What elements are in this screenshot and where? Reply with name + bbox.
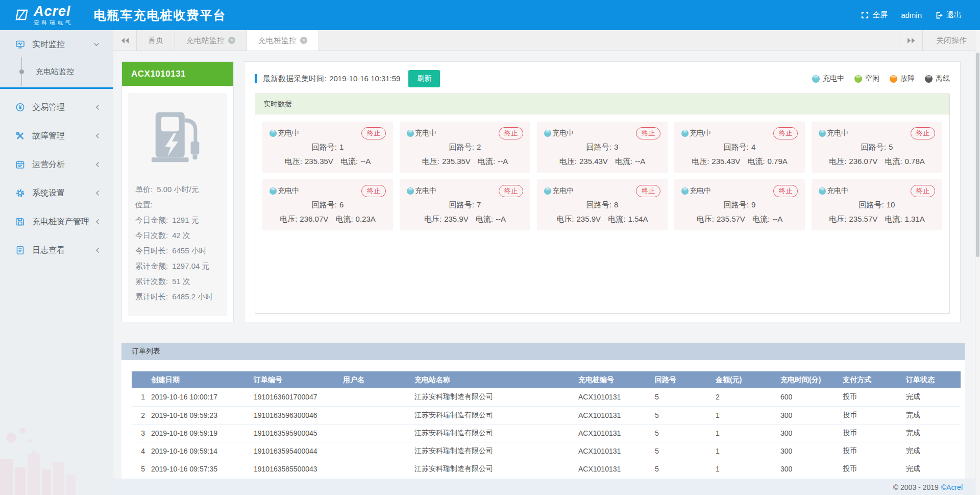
terminate-button[interactable]: 终止 bbox=[361, 185, 386, 197]
status-orb-icon bbox=[407, 130, 414, 137]
acrel-logo-icon bbox=[14, 8, 30, 23]
stat-location: 位置: bbox=[135, 197, 220, 213]
col-create-date: 创建日期 bbox=[150, 371, 253, 388]
terminate-button[interactable]: 终止 bbox=[636, 127, 660, 139]
order-amount: 1 bbox=[715, 406, 779, 424]
order-pile-number: ACX1010131 bbox=[577, 388, 654, 406]
fullscreen-label: 全屏 bbox=[872, 10, 888, 20]
close-operations-dropdown[interactable]: 关闭操作 bbox=[922, 30, 980, 51]
terminate-button[interactable]: 终止 bbox=[773, 185, 798, 197]
order-index: 4 bbox=[132, 442, 150, 460]
order-row[interactable]: 1 2019-10-16 10:00:17 1910163601700047 江… bbox=[132, 388, 961, 406]
sidebar-item-realtime-monitor[interactable]: 实时监控 bbox=[0, 30, 113, 59]
order-pile-number: ACX1010131 bbox=[577, 406, 654, 424]
channel-grid: 充电中 终止 回路号:1 电压:235.35V 电流:--A 充电中 终止 回路… bbox=[255, 114, 949, 238]
tree-dot-icon bbox=[19, 69, 24, 74]
terminate-button[interactable]: 终止 bbox=[499, 185, 523, 197]
main-content: ACX1010131 单价 bbox=[113, 51, 980, 495]
order-station-name: 江苏安科瑞制造有限公司 bbox=[413, 388, 577, 406]
logout-button[interactable]: 退出 bbox=[931, 8, 966, 22]
col-index bbox=[132, 371, 150, 388]
tab-home[interactable]: 首页 bbox=[137, 30, 175, 51]
monitor-panel: 最新数据采集时间:2019-10-16 10:31:59 刷新 充电中 空闲 故… bbox=[244, 61, 961, 322]
channel-card: 充电中 终止 回路号:7 电压:235.9V 电流:--A bbox=[400, 179, 530, 230]
channel-status: 充电中 bbox=[278, 129, 299, 138]
stat-today-count: 今日次数:42 次 bbox=[135, 228, 220, 243]
order-pile-number: ACX1010131 bbox=[577, 442, 654, 460]
pile-summary-card: ACX1010131 单价 bbox=[121, 61, 234, 322]
chevron-left-icon bbox=[95, 190, 100, 196]
status-orb-icon bbox=[544, 130, 551, 137]
vertical-scrollbar[interactable] bbox=[975, 30, 980, 495]
legend-charging: 充电中 bbox=[812, 74, 844, 83]
status-orb-icon bbox=[270, 187, 277, 195]
tabs-scroll-left-button[interactable] bbox=[113, 30, 137, 51]
footer-brand-link[interactable]: ©Acrel bbox=[941, 483, 963, 491]
channel-status: 充电中 bbox=[690, 186, 711, 196]
fullscreen-button[interactable]: 全屏 bbox=[856, 8, 892, 22]
status-orb-icon bbox=[819, 130, 826, 137]
chevron-left-icon bbox=[95, 247, 100, 253]
terminate-button[interactable]: 终止 bbox=[773, 127, 798, 139]
loop-number: 回路号:10 bbox=[819, 200, 935, 210]
order-row[interactable]: 2 2019-10-16 09:59:23 1910163596300046 江… bbox=[132, 406, 961, 424]
calendar-icon bbox=[15, 160, 25, 169]
channel-card: 充电中 终止 回路号:9 电压:235.57V 电流:--A bbox=[674, 179, 805, 230]
sidebar-item-label: 故障管理 bbox=[32, 131, 65, 142]
pile-id-header: ACX1010131 bbox=[122, 62, 233, 86]
terminate-button[interactable]: 终止 bbox=[499, 127, 523, 139]
sidebar-item-label: 系统设置 bbox=[32, 188, 65, 199]
sidebar: 实时监控 充电站监控 ¥ 交易管理 故障管理 bbox=[0, 30, 113, 495]
order-index: 3 bbox=[132, 424, 150, 442]
col-order-no: 订单编号 bbox=[253, 371, 342, 388]
order-status: 完成 bbox=[905, 388, 961, 406]
sidebar-item-pile-assets[interactable]: 充电桩资产管理 bbox=[0, 207, 113, 236]
sidebar-item-logs[interactable]: 日志查看 bbox=[0, 236, 113, 265]
tab-pile-monitor[interactable]: 充电桩监控 × bbox=[247, 30, 319, 51]
terminate-button[interactable]: 终止 bbox=[911, 127, 935, 139]
order-number: 1910163596300046 bbox=[253, 406, 342, 424]
sidebar-item-system-settings[interactable]: 系统设置 bbox=[0, 179, 113, 207]
tab-close-icon[interactable]: × bbox=[228, 37, 235, 44]
user-menu[interactable]: admin bbox=[897, 9, 926, 21]
order-loop-number: 5 bbox=[654, 388, 715, 406]
refresh-button[interactable]: 刷新 bbox=[408, 70, 440, 87]
logo-text: Acrel bbox=[34, 5, 74, 18]
tab-label: 充电站监控 bbox=[186, 36, 225, 45]
sidebar-item-label: 充电桩资产管理 bbox=[32, 217, 89, 227]
order-pay-method: 投币 bbox=[842, 388, 905, 406]
order-row[interactable]: 4 2019-10-16 09:59:14 1910163595400044 江… bbox=[132, 442, 961, 460]
order-index: 2 bbox=[132, 406, 150, 424]
channel-card: 充电中 终止 回路号:5 电压:236.07V 电流:0.78A bbox=[812, 122, 942, 173]
terminate-button[interactable]: 终止 bbox=[636, 185, 660, 197]
voltage-current: 电压:236.07V 电流:0.23A bbox=[270, 215, 386, 224]
transaction-icon: ¥ bbox=[15, 103, 25, 112]
channel-status: 充电中 bbox=[552, 186, 574, 196]
terminate-button[interactable]: 终止 bbox=[911, 185, 935, 197]
voltage-current: 电压:235.9V 电流:1.54A bbox=[544, 215, 660, 224]
order-row[interactable]: 3 2019-10-16 09:59:19 1910163595900045 江… bbox=[132, 424, 961, 442]
order-loop-number: 5 bbox=[654, 460, 715, 478]
order-station-name: 江苏安科瑞制造有限公司 bbox=[413, 442, 577, 460]
order-station-name: 江苏安科瑞制造有限公司 bbox=[413, 460, 577, 478]
scrollbar-thumb[interactable] bbox=[976, 53, 979, 257]
sidebar-item-transactions[interactable]: ¥ 交易管理 bbox=[0, 93, 113, 122]
voltage-current: 电压:235.35V 电流:--A bbox=[270, 157, 386, 167]
order-number: 1910163595400044 bbox=[253, 442, 342, 460]
tab-close-icon[interactable]: × bbox=[300, 37, 307, 44]
channel-status: 充电中 bbox=[827, 186, 848, 196]
sidebar-item-faults[interactable]: 故障管理 bbox=[0, 122, 113, 150]
order-charge-minutes: 300 bbox=[779, 442, 842, 460]
gear-icon bbox=[15, 188, 25, 198]
tabs-scroll-right-button[interactable] bbox=[899, 30, 922, 51]
status-legend: 充电中 空闲 故障 离线 bbox=[812, 74, 950, 83]
terminate-button[interactable]: 终止 bbox=[361, 127, 386, 139]
stat-today-duration: 今日时长:6455 小时 bbox=[135, 243, 220, 258]
sidebar-item-charging-station-monitor[interactable]: 充电站监控 bbox=[0, 59, 113, 84]
sidebar-item-operation-analysis[interactable]: 运营分析 bbox=[0, 150, 113, 179]
order-number: 1910163601700047 bbox=[253, 388, 342, 406]
order-row[interactable]: 5 2019-10-16 09:57:35 1910163585500043 江… bbox=[132, 460, 961, 478]
sidebar-subitem-label: 充电站监控 bbox=[36, 67, 74, 77]
order-loop-number: 5 bbox=[654, 442, 715, 460]
tab-station-monitor[interactable]: 充电站监控 × bbox=[175, 30, 247, 51]
